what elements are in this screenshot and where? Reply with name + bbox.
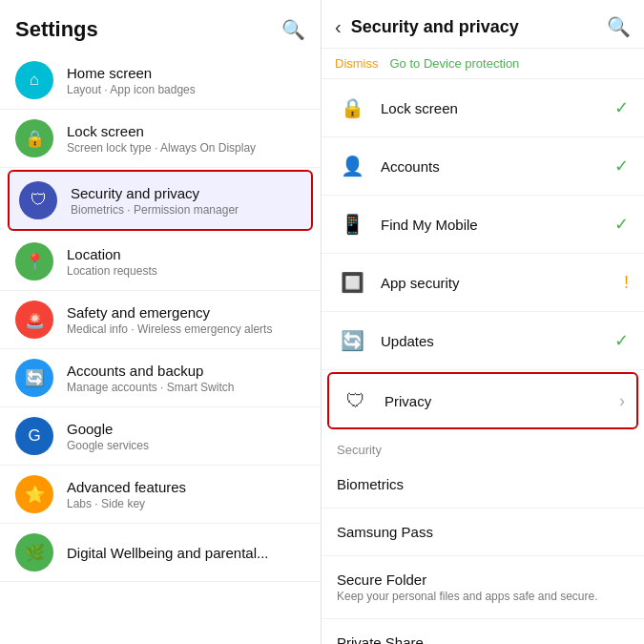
google-subtitle: Google services	[67, 439, 305, 452]
settings-item-home-screen[interactable]: ⌂Home screenLayout · App icon badges	[0, 52, 321, 110]
privacy-name: Privacy	[384, 393, 612, 409]
right-item-updates[interactable]: 🔄Updates✓	[322, 312, 644, 370]
right-panel-title: Security and privacy	[351, 17, 607, 37]
digital-wellbeing-name: Digital Wellbeing and parental...	[67, 545, 305, 561]
biometrics-name: Biometrics	[337, 476, 404, 492]
lock-screen-icon: 🔒	[15, 119, 53, 157]
settings-item-safety-emergency[interactable]: 🚨Safety and emergencyMedical info · Wire…	[0, 291, 321, 349]
home-screen-name: Home screen	[67, 65, 305, 81]
privacy-icon: 🛡	[341, 385, 371, 416]
settings-item-accounts-backup[interactable]: 🔄Accounts and backupManage accounts · Sm…	[0, 349, 321, 407]
security-privacy-subtitle: Biometrics · Permission manager	[71, 203, 301, 217]
settings-item-advanced-features[interactable]: ⭐Advanced featuresLabs · Side key	[0, 466, 321, 524]
accounts-icon: 👤	[337, 151, 367, 181]
secure-folder-subtitle: Keep your personal files and apps safe a…	[337, 590, 598, 603]
accounts-status: ✓	[614, 156, 629, 177]
updates-icon: 🔄	[337, 325, 367, 356]
lock-screen-name: Lock screen	[381, 100, 607, 116]
digital-wellbeing-icon: 🌿	[15, 533, 53, 571]
secure-folder-name: Secure Folder	[337, 571, 598, 588]
accounts-backup-subtitle: Manage accounts · Smart Switch	[67, 381, 305, 394]
left-search-icon[interactable]: 🔍	[281, 18, 305, 41]
lock-screen-status: ✓	[614, 97, 629, 118]
lock-screen-subtitle: Screen lock type · Always On Display	[67, 141, 305, 155]
google-icon: G	[15, 417, 53, 455]
lock-screen-name: Lock screen	[67, 123, 305, 139]
right-item-accounts[interactable]: 👤Accounts✓	[322, 137, 644, 196]
home-screen-subtitle: Layout · App icon badges	[67, 83, 305, 96]
find-my-mobile-icon: 📱	[337, 209, 367, 239]
settings-item-digital-wellbeing[interactable]: 🌿Digital Wellbeing and parental...	[0, 524, 321, 582]
app-security-status: !	[624, 273, 629, 293]
find-my-mobile-status: ✓	[614, 214, 629, 235]
right-item-find-my-mobile[interactable]: 📱Find My Mobile✓	[322, 196, 644, 254]
advanced-features-name: Advanced features	[67, 479, 305, 495]
settings-title: Settings	[15, 17, 98, 42]
settings-item-location[interactable]: 📍LocationLocation requests	[0, 233, 321, 291]
settings-item-lock-screen[interactable]: 🔒Lock screenScreen lock type · Always On…	[0, 110, 321, 168]
updates-name: Updates	[381, 333, 607, 349]
google-name: Google	[67, 421, 305, 437]
device-protection-banner: Dismiss Go to Device protection	[322, 49, 644, 79]
safety-emergency-subtitle: Medical info · Wireless emergency alerts	[67, 322, 305, 336]
back-button[interactable]: ‹	[335, 16, 342, 38]
location-subtitle: Location requests	[67, 264, 305, 278]
lock-screen-icon: 🔒	[337, 93, 367, 123]
samsung-pass-name: Samsung Pass	[337, 524, 433, 540]
right-search-icon[interactable]: 🔍	[607, 15, 631, 38]
left-panel: Settings 🔍 ⌂Home screenLayout · App icon…	[0, 0, 322, 644]
updates-status: ✓	[614, 330, 629, 351]
location-icon: 📍	[15, 242, 53, 280]
security-section-label: Security	[322, 431, 644, 461]
location-name: Location	[67, 246, 305, 262]
home-screen-icon: ⌂	[15, 61, 53, 99]
accounts-name: Accounts	[381, 158, 607, 175]
privacy-status: ›	[619, 391, 625, 411]
right-list: Dismiss Go to Device protection 🔒Lock sc…	[322, 49, 644, 644]
right-header: ‹ Security and privacy 🔍	[322, 0, 644, 49]
advanced-features-subtitle: Labs · Side key	[67, 497, 305, 510]
right-item-app-security[interactable]: 🔲App security!	[322, 254, 644, 312]
device-protection-link[interactable]: Go to Device protection	[390, 56, 520, 71]
dismiss-button[interactable]: Dismiss	[335, 56, 379, 71]
settings-item-google[interactable]: GGoogleGoogle services	[0, 407, 321, 466]
safety-emergency-name: Safety and emergency	[67, 304, 305, 321]
section-item-biometrics[interactable]: Biometrics	[322, 461, 644, 509]
safety-emergency-icon: 🚨	[15, 301, 53, 339]
section-item-secure-folder[interactable]: Secure FolderKeep your personal files an…	[322, 556, 644, 619]
security-privacy-icon: 🛡	[19, 181, 57, 219]
right-item-privacy[interactable]: 🛡Privacy›	[327, 372, 638, 429]
section-item-private-share[interactable]: Private Share	[322, 619, 644, 644]
app-security-name: App security	[381, 275, 616, 291]
advanced-features-icon: ⭐	[15, 475, 53, 513]
settings-list: ⌂Home screenLayout · App icon badges🔒Loc…	[0, 52, 321, 644]
right-panel: ‹ Security and privacy 🔍 Dismiss Go to D…	[322, 0, 644, 644]
find-my-mobile-name: Find My Mobile	[381, 217, 607, 233]
accounts-backup-icon: 🔄	[15, 359, 53, 397]
section-item-samsung-pass[interactable]: Samsung Pass	[322, 509, 644, 556]
settings-item-security-privacy[interactable]: 🛡Security and privacyBiometrics · Permis…	[8, 170, 313, 231]
right-item-lock-screen[interactable]: 🔒Lock screen✓	[322, 79, 644, 137]
left-header: Settings 🔍	[0, 0, 321, 52]
private-share-name: Private Share	[337, 634, 424, 644]
app-security-icon: 🔲	[337, 267, 367, 298]
security-privacy-name: Security and privacy	[71, 185, 301, 201]
accounts-backup-name: Accounts and backup	[67, 363, 305, 379]
